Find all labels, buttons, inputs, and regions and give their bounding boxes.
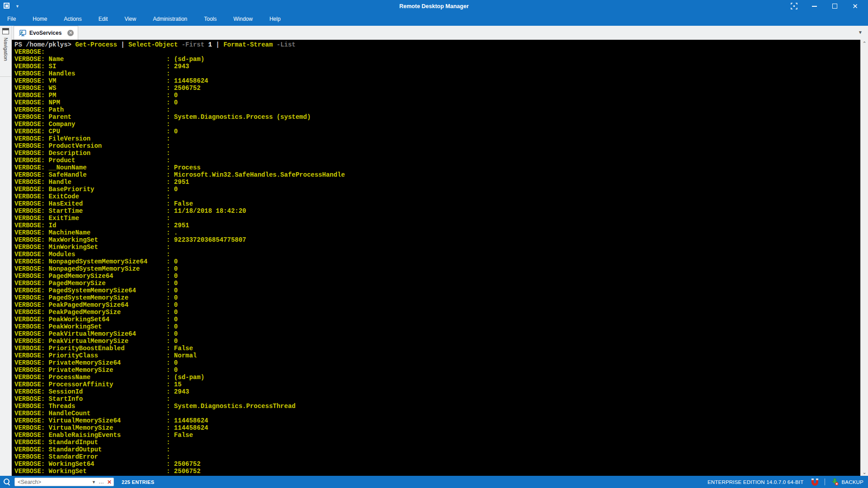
terminal-line: VERBOSE:: [14, 48, 860, 56]
terminal-line: VERBOSE: HandleCount :: [14, 410, 860, 417]
search-input[interactable]: [18, 479, 89, 485]
terminal-line: VERBOSE: EnableRaisingEvents : False: [14, 432, 860, 439]
terminal-line: VERBOSE: PeakVirtualMemorySize : 0: [14, 338, 860, 345]
terminal-line: VERBOSE: HasExited : False: [14, 200, 860, 207]
edition-label: ENTERPRISE EDITION 14.0.7.0 64-BIT: [708, 479, 804, 485]
terminal-line: VERBOSE: Handles :: [14, 70, 860, 77]
terminal-line: VERBOSE: Description :: [14, 150, 860, 157]
terminal-line: VERBOSE: StartTime : 11/18/2018 18:42:20: [14, 207, 860, 215]
minimize-button[interactable]: [804, 0, 825, 12]
menu-bar: FileHomeActionsEditViewAdministrationToo…: [0, 12, 868, 26]
search-icon[interactable]: [4, 479, 10, 485]
terminal-line: VERBOSE: FileVersion :: [14, 135, 860, 142]
terminal-line: VERBOSE: PeakVirtualMemorySize64 : 0: [14, 330, 860, 338]
backup-icon: [831, 478, 839, 486]
command-token: PS /home/pklys>: [14, 41, 75, 48]
terminal-line: VERBOSE: PriorityClass : Normal: [14, 352, 860, 359]
backup-label: BACKUP: [842, 479, 864, 485]
menu-item-file[interactable]: File: [1, 13, 22, 25]
maximize-button[interactable]: [825, 0, 845, 12]
tab-close-icon[interactable]: ✕: [67, 30, 74, 36]
terminal-line: VERBOSE: VirtualMemorySize : 114458624: [14, 424, 860, 432]
menu-item-home[interactable]: Home: [27, 13, 53, 25]
maximize-icon: [832, 4, 837, 9]
remote-session-icon: [19, 30, 26, 37]
terminal-line: VERBOSE: SafeHandle : Microsoft.Win32.Sa…: [14, 171, 860, 178]
backup-status[interactable]: BACKUP: [831, 478, 864, 486]
navigation-panel-icon[interactable]: [2, 28, 9, 34]
terminal-line: VERBOSE: StandardInput :: [14, 439, 860, 446]
terminal-line: VERBOSE: StartInfo :: [14, 395, 860, 403]
close-icon: ✕: [852, 3, 858, 9]
menu-item-window[interactable]: Window: [227, 13, 259, 25]
terminal-line: VERBOSE: WS : 2506752: [14, 84, 860, 92]
menu-item-administration[interactable]: Administration: [147, 13, 193, 25]
close-button[interactable]: ✕: [845, 0, 865, 12]
entries-count: 225 ENTRIES: [122, 479, 154, 485]
terminal-line: VERBOSE: SessionId : 2943: [14, 388, 860, 395]
terminal-line: VERBOSE: Parent : System.Diagnostics.Pro…: [14, 113, 860, 121]
focus-mode-button[interactable]: [784, 0, 804, 12]
command-token: Format-Stream: [223, 41, 273, 48]
app-icon[interactable]: [4, 3, 11, 10]
scroll-down-icon[interactable]: ⌄: [862, 470, 866, 474]
menu-item-view[interactable]: View: [118, 13, 142, 25]
terminal-line: VERBOSE: ProcessorAffinity : 15: [14, 381, 860, 388]
terminal-line: VERBOSE: PagedMemorySize64 : 0: [14, 272, 860, 280]
terminal-line: VERBOSE: PriorityBoostEnabled : False: [14, 345, 860, 352]
tab-evoservices[interactable]: EvoServices ✕: [14, 26, 78, 40]
magnet-icon[interactable]: [811, 478, 819, 486]
menu-item-edit[interactable]: Edit: [93, 13, 114, 25]
quick-access-caret-icon[interactable]: ▼: [15, 4, 19, 9]
terminal-line: VERBOSE: ExitCode :: [14, 193, 860, 200]
terminal-line: VERBOSE: SI : 2943: [14, 63, 860, 70]
menu-item-tools[interactable]: Tools: [198, 13, 222, 25]
terminal-line: VERBOSE: PeakWorkingSet64 : 0: [14, 316, 860, 323]
terminal-line: VERBOSE: __NounName : Process: [14, 164, 860, 171]
search-clear-icon[interactable]: ✕: [107, 479, 112, 485]
terminal-line: VERBOSE: Id : 2951: [14, 222, 860, 229]
menu-item-actions[interactable]: Actions: [58, 13, 87, 25]
terminal-line: VERBOSE: PagedSystemMemorySize64 : 0: [14, 287, 860, 294]
window-title: Remote Desktop Manager: [0, 3, 868, 9]
navigation-side-strip: Navigation: [0, 26, 12, 476]
terminal-line: VERBOSE: NonpagedSystemMemorySize64 : 0: [14, 258, 860, 265]
terminal-line: VERBOSE: NPM : 0: [14, 99, 860, 106]
terminal-line: VERBOSE: ExitTime :: [14, 215, 860, 222]
status-bar: ▼ … ✕ 225 ENTRIES ENTERPRISE EDITION 14.…: [0, 476, 868, 488]
command-token: |: [212, 41, 223, 48]
terminal-line: VERBOSE: Path :: [14, 106, 860, 113]
search-options-icon[interactable]: …: [99, 480, 104, 484]
tab-bar: EvoServices ✕ ▼: [12, 26, 868, 40]
status-separator: [825, 479, 825, 485]
tab-list-caret-icon[interactable]: ▼: [858, 30, 863, 35]
terminal-line: VERBOSE: PrivateMemorySize64 : 0: [14, 359, 860, 366]
terminal-line: VERBOSE: PrivateMemorySize : 0: [14, 366, 860, 374]
terminal-line: VERBOSE: BasePriority : 0: [14, 186, 860, 193]
command-token: 1: [208, 41, 212, 48]
scroll-up-icon[interactable]: ⌃: [862, 41, 866, 46]
search-dropdown-caret-icon[interactable]: ▼: [92, 480, 96, 484]
terminal-output[interactable]: PS /home/pklys> Get-Process | Select-Obj…: [12, 40, 860, 476]
minimize-icon: [812, 6, 817, 7]
command-token: -First: [182, 41, 204, 48]
terminal-scrollbar[interactable]: ⌃ ⌄: [860, 40, 868, 476]
terminal-line: VERBOSE: PeakWorkingSet : 0: [14, 323, 860, 330]
terminal-line: VERBOSE: PeakPagedMemorySize64 : 0: [14, 301, 860, 309]
command-token: [204, 41, 208, 48]
menu-item-help[interactable]: Help: [264, 13, 287, 25]
terminal-line: VERBOSE: CPU : 0: [14, 128, 860, 135]
terminal-line: VERBOSE: Company :: [14, 121, 860, 128]
focus-icon: [791, 3, 797, 9]
terminal-line: VERBOSE: StandardError :: [14, 453, 860, 460]
terminal-line: VERBOSE: VirtualMemorySize64 : 114458624: [14, 417, 860, 424]
command-token: [273, 41, 276, 48]
terminal-line: VERBOSE: Modules :: [14, 251, 860, 258]
terminal-line: VERBOSE: PagedMemorySize : 0: [14, 280, 860, 287]
terminal-line: VERBOSE: MachineName : .: [14, 229, 860, 236]
command-token: Select-Object: [128, 41, 178, 48]
navigation-strip-label[interactable]: Navigation: [3, 38, 9, 61]
terminal-line: VERBOSE: Threads : System.Diagnostics.Pr…: [14, 403, 860, 410]
search-box[interactable]: ▼ … ✕: [14, 478, 114, 486]
command-token: -List: [277, 41, 296, 48]
